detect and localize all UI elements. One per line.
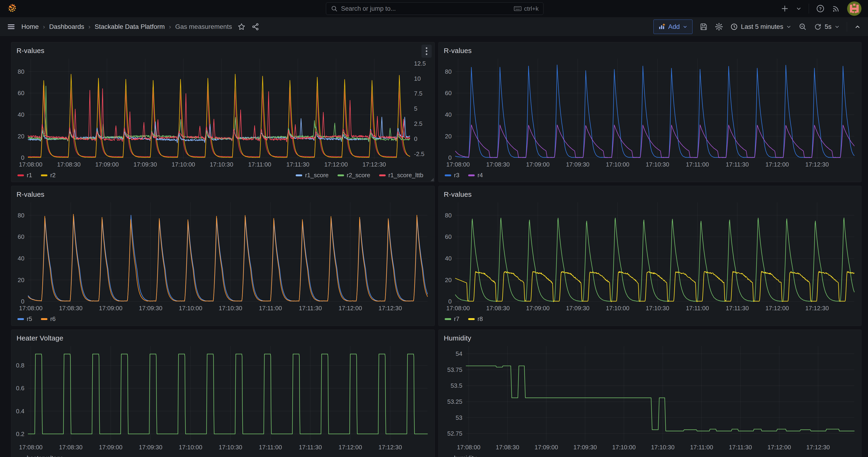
breadcrumb-item-stackable-data-platform[interactable]: Stackable Data Platform: [95, 23, 165, 30]
new-button[interactable]: [781, 5, 789, 12]
legend-item-r1_score_lttb[interactable]: r1_score_lttb: [379, 172, 423, 179]
legend-color-chip: [18, 175, 24, 176]
legend-color-chip: [379, 175, 386, 176]
x-axis-tick-label: 17:08:00: [457, 444, 480, 451]
add-panel-label: Add: [668, 23, 680, 30]
y-axis-tick-label: 40: [445, 255, 452, 262]
chevron-down-icon: [682, 24, 688, 29]
y-axis-tick-label: 0: [21, 298, 24, 305]
help-button[interactable]: ?: [816, 4, 825, 13]
y-axis-tick-label: 0: [448, 154, 452, 161]
chart-area[interactable]: 17:08:0017:08:3017:09:0017:09:3017:10:00…: [13, 199, 433, 314]
y-axis-tick-label: 0.4: [16, 408, 24, 415]
panel-header[interactable]: Humidity: [439, 330, 861, 343]
x-axis-tick-label: 17:10:30: [210, 161, 233, 168]
legend-group: r1r2: [18, 172, 56, 179]
save-dashboard-button[interactable]: [700, 23, 708, 31]
panel-title: Heater Voltage: [17, 334, 63, 342]
rss-icon: [832, 4, 840, 13]
legend-color-chip: [41, 318, 48, 320]
time-range-picker[interactable]: Last 5 minutes: [730, 23, 792, 31]
panel-header[interactable]: R-values: [11, 186, 434, 199]
legend-item-r4[interactable]: r4: [468, 172, 483, 179]
series-humidity: [466, 366, 854, 431]
zoom-out-button[interactable]: [799, 23, 807, 31]
y2-axis-tick-label: 2.5: [414, 120, 423, 127]
save-icon: [700, 23, 708, 31]
legend-item-r1[interactable]: r1: [18, 172, 32, 179]
legend-label: r1_score: [305, 172, 329, 179]
panel-title: R-values: [444, 47, 472, 55]
help-icon: ?: [816, 4, 825, 13]
panel-r-values-4: R-values 17:08:0017:08:3017:09:0017:09:3…: [438, 186, 862, 326]
panel-header[interactable]: R-values: [11, 42, 434, 55]
y-axis-tick-label: 20: [18, 133, 24, 140]
chart-area[interactable]: 17:08:0017:08:3017:09:0017:09:3017:10:00…: [440, 55, 859, 170]
panel-legend: humidity: [439, 453, 861, 457]
user-avatar[interactable]: [847, 1, 862, 16]
mega-menu-toggle[interactable]: [7, 23, 16, 31]
favorite-star-button[interactable]: [238, 23, 246, 31]
y-axis-tick-label: 60: [445, 90, 452, 96]
y2-axis-tick-label: 5: [414, 105, 417, 112]
legend-item-r7[interactable]: r7: [445, 315, 459, 323]
top-navigation-bar: Search or jump to... ctrl+k ?: [0, 0, 868, 17]
x-axis-tick-label: 17:11:30: [299, 444, 322, 451]
legend-item-r3[interactable]: r3: [445, 172, 459, 179]
grafana-logo[interactable]: [6, 3, 18, 14]
breadcrumb-item-dashboards[interactable]: Dashboards: [49, 23, 84, 30]
chart-area[interactable]: 17:08:0017:08:3017:09:0017:09:3017:10:00…: [440, 199, 859, 314]
y-axis-tick-label: 54: [456, 350, 462, 357]
legend-item-r8[interactable]: r8: [468, 315, 483, 323]
legend-item-humidity[interactable]: humidity: [445, 454, 476, 457]
y-axis-tick-label: 0.2: [16, 430, 24, 437]
x-axis-tick-label: 17:12:30: [378, 305, 402, 312]
caret-up-icon: [854, 23, 861, 30]
new-menu-chevron[interactable]: [796, 6, 802, 12]
legend-label: r8: [477, 315, 483, 323]
search-bar[interactable]: Search or jump to... ctrl+k: [326, 2, 544, 15]
time-range-label: Last 5 minutes: [741, 23, 783, 30]
panel-header[interactable]: R-values: [439, 42, 861, 55]
chart-area[interactable]: 17:08:0017:08:3017:09:0017:09:3017:10:00…: [13, 55, 433, 170]
breadcrumb-item-home[interactable]: Home: [21, 23, 39, 30]
x-axis-tick-label: 17:09:30: [574, 444, 597, 451]
chart-svg: 17:08:0017:08:3017:09:0017:09:3017:10:00…: [440, 199, 860, 313]
legend-item-r1_score[interactable]: r1_score: [296, 172, 329, 179]
legend-label: heatervoltage: [27, 454, 63, 457]
legend-label: r7: [454, 315, 459, 323]
x-axis-tick-label: 17:10:30: [219, 444, 242, 451]
chart-area[interactable]: 17:08:0017:08:3017:09:0017:09:3017:10:00…: [13, 343, 433, 453]
dashboard-settings-button[interactable]: [715, 23, 723, 31]
news-button[interactable]: [832, 4, 840, 13]
breadcrumb-separator: ›: [169, 23, 171, 30]
panel-header[interactable]: Heater Voltage: [11, 330, 434, 343]
clock-icon: [730, 23, 738, 31]
chart-area[interactable]: 17:08:0017:08:3017:09:0017:09:3017:10:00…: [440, 343, 859, 453]
legend-item-heatervoltage[interactable]: heatervoltage: [18, 454, 63, 457]
y2-axis-tick-label: -2.5: [414, 150, 425, 157]
legend-item-r6[interactable]: r6: [41, 315, 56, 323]
refresh-picker[interactable]: 5s: [814, 23, 840, 31]
legend-item-r5[interactable]: r5: [18, 315, 32, 323]
legend-item-r2_score[interactable]: r2_score: [338, 172, 370, 179]
y-axis-tick-label: 60: [445, 233, 452, 240]
x-axis-tick-label: 17:09:30: [566, 305, 590, 312]
panel-menu-button[interactable]: [422, 44, 432, 58]
collapse-toolbar-button[interactable]: [854, 23, 861, 30]
legend-label: r3: [454, 172, 459, 179]
legend-group: humidity: [445, 454, 476, 457]
x-axis-tick-label: 17:12:30: [805, 305, 829, 312]
panel-header[interactable]: R-values: [439, 186, 861, 199]
share-button[interactable]: [251, 23, 259, 31]
y-axis-tick-label: 60: [18, 90, 24, 96]
y-axis-tick-label: 20: [445, 277, 452, 283]
avatar-identicon: [847, 1, 862, 16]
y2-axis-tick-label: 7.5: [414, 90, 423, 97]
series-r4: [455, 125, 854, 158]
panel-resize-handle[interactable]: [431, 178, 434, 181]
legend-item-r2[interactable]: r2: [41, 172, 56, 179]
add-panel-button[interactable]: Add: [653, 20, 692, 34]
x-axis-tick-label: 17:11:00: [259, 444, 282, 451]
x-axis-tick-label: 17:12:30: [363, 161, 386, 168]
